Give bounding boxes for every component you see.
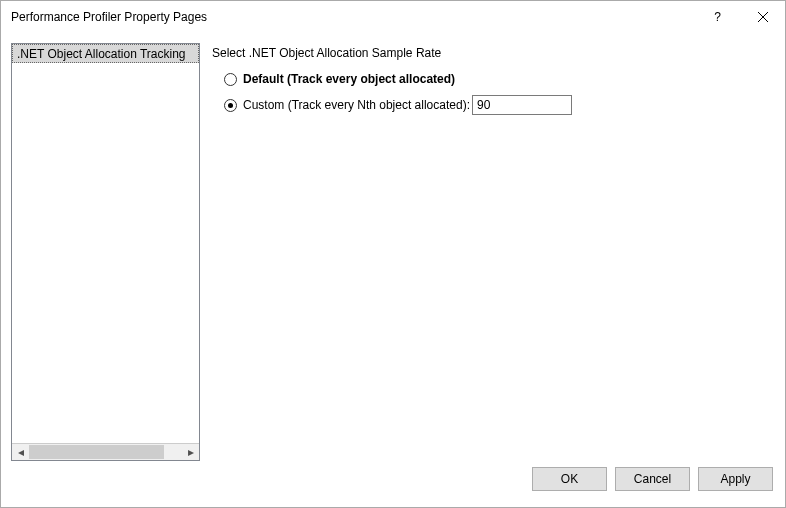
main-panel: Select .NET Object Allocation Sample Rat… (212, 43, 775, 461)
ok-button[interactable]: OK (532, 467, 607, 491)
titlebar: Performance Profiler Property Pages ? (1, 1, 785, 33)
apply-button-label: Apply (720, 472, 750, 486)
radio-default[interactable] (224, 73, 237, 86)
scroll-left-arrow[interactable]: ◂ (12, 444, 29, 461)
section-heading: Select .NET Object Allocation Sample Rat… (212, 46, 775, 60)
radio-custom-label: Custom (Track every Nth object allocated… (243, 98, 470, 112)
sidebar-item-label: .NET Object Allocation Tracking (17, 47, 186, 61)
chevron-left-icon: ◂ (18, 445, 24, 459)
apply-button[interactable]: Apply (698, 467, 773, 491)
ok-button-label: OK (561, 472, 578, 486)
sidebar-list: .NET Object Allocation Tracking (12, 44, 199, 443)
footer: OK Cancel Apply (1, 461, 785, 507)
custom-value-input[interactable] (472, 95, 572, 115)
titlebar-buttons: ? (695, 1, 785, 33)
sidebar-item-allocation-tracking[interactable]: .NET Object Allocation Tracking (12, 44, 199, 63)
radio-default-label: Default (Track every object allocated) (243, 72, 455, 86)
close-button[interactable] (740, 1, 785, 33)
radio-custom[interactable] (224, 99, 237, 112)
help-button[interactable]: ? (695, 1, 740, 33)
cancel-button[interactable]: Cancel (615, 467, 690, 491)
close-icon (758, 12, 768, 22)
scroll-thumb[interactable] (29, 445, 164, 459)
option-custom[interactable]: Custom (Track every Nth object allocated… (212, 96, 775, 114)
content-area: .NET Object Allocation Tracking ◂ ▸ Sele… (1, 33, 785, 461)
help-icon: ? (714, 10, 721, 24)
scroll-track[interactable] (29, 444, 182, 461)
scroll-right-arrow[interactable]: ▸ (182, 444, 199, 461)
cancel-button-label: Cancel (634, 472, 671, 486)
horizontal-scrollbar[interactable]: ◂ ▸ (12, 443, 199, 460)
option-default[interactable]: Default (Track every object allocated) (212, 70, 775, 88)
window-title: Performance Profiler Property Pages (11, 10, 695, 24)
sidebar: .NET Object Allocation Tracking ◂ ▸ (11, 43, 200, 461)
chevron-right-icon: ▸ (188, 445, 194, 459)
